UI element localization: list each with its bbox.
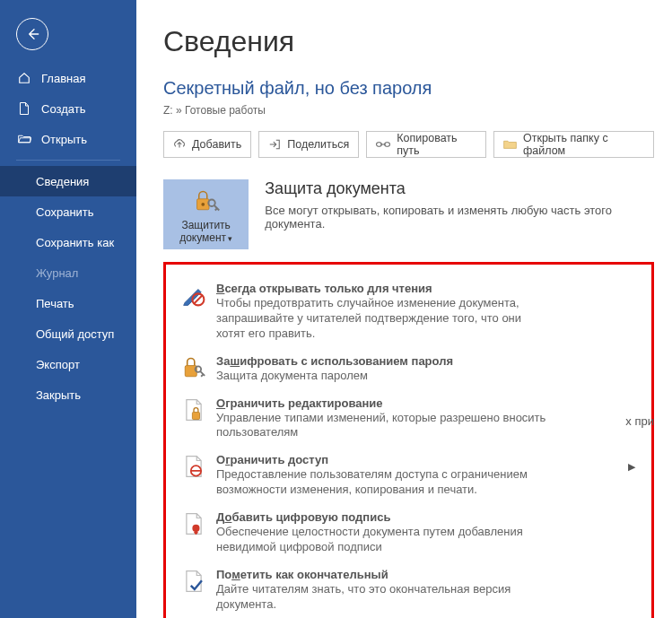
button-label: Копировать путь: [397, 132, 476, 157]
menu-title: Зашифровать с использованием пароля: [216, 354, 453, 368]
restrict-edit-icon: [182, 398, 205, 422]
document-path: Z: » Готовые работы: [163, 104, 654, 117]
sidebar-item-info[interactable]: Сведения: [0, 166, 136, 196]
menu-title: Ограничить редактирование: [216, 396, 548, 410]
menu-title: Всегда открывать только для чтения: [216, 282, 548, 295]
restrict-access-icon: [182, 455, 205, 478]
menu-item-restrict-access[interactable]: Ограничить доступ Предоставление пользов…: [179, 447, 639, 504]
open-folder-button[interactable]: Открыть папку с файлом: [493, 131, 654, 158]
new-doc-icon: [16, 102, 32, 115]
menu-title: Добавить цифровую подпись: [216, 510, 548, 524]
protect-section-text: Защита документа Все могут открывать, ко…: [265, 179, 654, 231]
upload-icon: [173, 138, 186, 151]
menu-title: Ограничить доступ: [216, 453, 548, 466]
sidebar-item-label: Сведения: [36, 175, 89, 188]
menu-title: Пометить как окончательный: [216, 568, 548, 581]
sidebar: Главная Создать Открыть Сведения Сохрани…: [0, 0, 136, 618]
sidebar-item-share[interactable]: Общий доступ: [0, 318, 136, 349]
menu-desc: Управление типами изменений, которые раз…: [216, 411, 548, 441]
upload-button[interactable]: Добавить: [163, 131, 251, 158]
chevron-right-icon: ▶: [628, 461, 635, 473]
menu-desc: Дайте читателям знать, что это окончател…: [216, 582, 548, 613]
section-desc: Все могут открывать, копировать и изменя…: [265, 204, 654, 231]
sidebar-item-label: Журнал: [36, 266, 78, 280]
main-panel: Сведения Секретный файл, но без пароля Z…: [136, 0, 672, 618]
home-icon: [16, 72, 32, 84]
svg-line-13: [201, 374, 203, 376]
menu-item-digital-signature[interactable]: Добавить цифровую подпись Обеспечение це…: [179, 504, 639, 561]
sidebar-separator: [16, 160, 120, 161]
copy-path-button[interactable]: Копировать путь: [366, 131, 486, 158]
section-title: Защита документа: [265, 179, 654, 198]
sidebar-item-label: Сохранить: [36, 205, 94, 219]
mark-final-icon: [182, 570, 205, 593]
chevron-down-icon: ▾: [228, 234, 232, 243]
sidebar-item-open[interactable]: Открыть: [0, 124, 136, 154]
protect-document-button[interactable]: Защитить документ▾: [163, 179, 249, 249]
sidebar-item-label: Печать: [36, 297, 74, 310]
menu-item-encrypt[interactable]: Зашифровать с использованием пароля Защи…: [179, 348, 639, 390]
sidebar-item-label: Сохранить как: [36, 236, 114, 249]
sidebar-item-print[interactable]: Печать: [0, 288, 136, 318]
sidebar-item-close[interactable]: Закрыть: [0, 379, 136, 410]
lock-key-icon: [193, 189, 220, 215]
sidebar-item-history[interactable]: Журнал: [0, 257, 136, 288]
svg-line-7: [214, 208, 216, 210]
encrypt-icon: [182, 356, 205, 379]
sidebar-item-label: Главная: [41, 72, 85, 85]
menu-desc: Защита документа паролем: [216, 369, 453, 384]
protect-line2: документ: [179, 231, 226, 244]
menu-item-restrict-edit[interactable]: Ограничить редактирование Управление тип…: [179, 390, 639, 448]
button-label: Поделиться: [287, 138, 349, 151]
sidebar-item-saveas[interactable]: Сохранить как: [0, 227, 136, 257]
app-root: Главная Создать Открыть Сведения Сохрани…: [0, 0, 672, 618]
sidebar-item-label: Закрыть: [36, 388, 81, 402]
truncated-text: х при: [625, 414, 654, 428]
back-button[interactable]: [16, 18, 48, 50]
sidebar-item-label: Создать: [41, 102, 85, 116]
back-arrow-icon: [25, 27, 39, 41]
sidebar-item-new[interactable]: Создать: [0, 93, 136, 124]
open-folder-icon: [16, 134, 32, 144]
sidebar-item-label: Открыть: [41, 133, 87, 146]
svg-point-4: [201, 202, 205, 205]
protect-line1: Защитить: [181, 219, 230, 231]
readonly-icon: [182, 283, 205, 307]
page-title: Сведения: [163, 25, 654, 58]
sidebar-item-label: Общий доступ: [36, 327, 114, 341]
menu-item-mark-final[interactable]: Пометить как окончательный Дайте читател…: [179, 561, 639, 618]
sidebar-item-label: Экспорт: [36, 358, 80, 371]
menu-item-readonly[interactable]: Всегда открывать только для чтения Чтобы…: [179, 275, 639, 348]
document-title: Секретный файл, но без пароля: [163, 78, 654, 99]
signature-icon: [182, 512, 205, 535]
protect-menu: Всегда открывать только для чтения Чтобы…: [163, 262, 654, 618]
button-label: Открыть папку с файлом: [523, 132, 644, 157]
folder-icon: [503, 139, 517, 150]
sidebar-item-export[interactable]: Экспорт: [0, 349, 136, 379]
share-icon: [268, 138, 281, 151]
menu-desc: Обеспечение целостности документа путем …: [216, 525, 548, 555]
toolbar: Добавить Поделиться Копировать путь Откр…: [163, 131, 654, 158]
svg-rect-14: [192, 412, 199, 419]
sidebar-item-home[interactable]: Главная: [0, 63, 136, 93]
menu-desc: Чтобы предотвратить случайное изменение …: [216, 296, 548, 342]
menu-desc: Предоставление пользователям доступа с о…: [216, 467, 548, 498]
share-button[interactable]: Поделиться: [258, 131, 359, 158]
protect-section: Защитить документ▾ Защита документа Все …: [163, 179, 654, 249]
link-icon: [376, 138, 390, 151]
button-label: Добавить: [192, 138, 241, 151]
sidebar-item-save[interactable]: Сохранить: [0, 196, 136, 227]
